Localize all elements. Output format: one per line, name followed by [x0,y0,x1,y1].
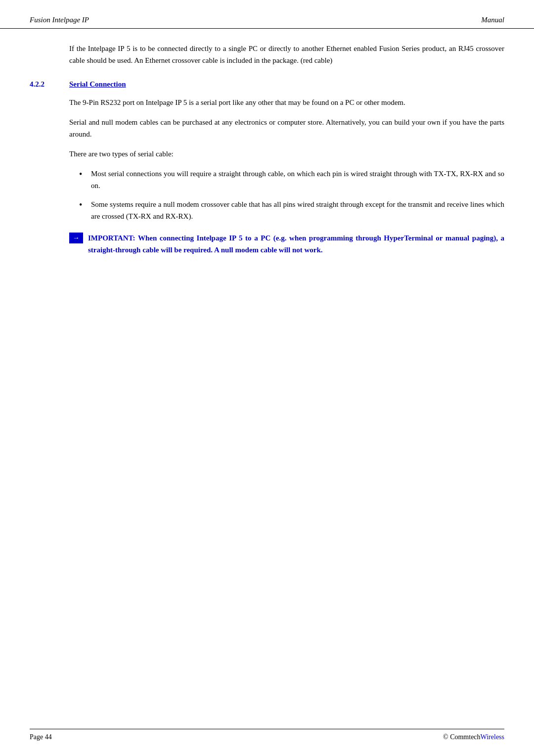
intro-text: If the Intelpage IP 5 is to be connected… [69,45,504,64]
header-title-right: Manual [481,16,504,24]
para-3-text: There are two types of serial cable: [69,150,174,158]
footer-page-number: Page 44 [30,733,52,741]
list-item: Most serial connections you will require… [79,168,504,191]
copyright-prefix: © Commtech [443,733,481,741]
section-para-2: Serial and null modem cables can be purc… [69,116,504,140]
footer-copyright: © CommtechWireless [443,733,504,741]
copyright-brand: Wireless [481,733,504,741]
section-para-3: There are two types of serial cable: [69,148,504,160]
page-footer: Page 44 © CommtechWireless [30,729,504,741]
para-2-text: Serial and null modem cables can be purc… [69,118,504,138]
bullet-list: Most serial connections you will require… [79,168,504,222]
list-item: Some systems require a null modem crosso… [79,198,504,222]
para-1-text: The 9-Pin RS232 port on Intelpage IP 5 i… [69,98,405,106]
important-text: IMPORTANT: When connecting Intelpage IP … [88,232,504,256]
page: Fusion Intelpage IP Manual If the Intelp… [0,0,534,756]
section-para-1: The 9-Pin RS232 port on Intelpage IP 5 i… [69,96,504,108]
page-header: Fusion Intelpage IP Manual [0,0,534,29]
important-notice: → IMPORTANT: When connecting Intelpage I… [69,232,504,256]
main-content: If the Intelpage IP 5 is to be connected… [0,43,534,305]
section-title: Serial Connection [69,80,126,89]
header-title-left: Fusion Intelpage IP [30,16,89,24]
section-422-heading: 4.2.2 Serial Connection [30,80,504,89]
arrow-icon: → [69,233,83,243]
section-number: 4.2.2 [30,80,69,89]
intro-paragraph: If the Intelpage IP 5 is to be connected… [69,43,504,66]
